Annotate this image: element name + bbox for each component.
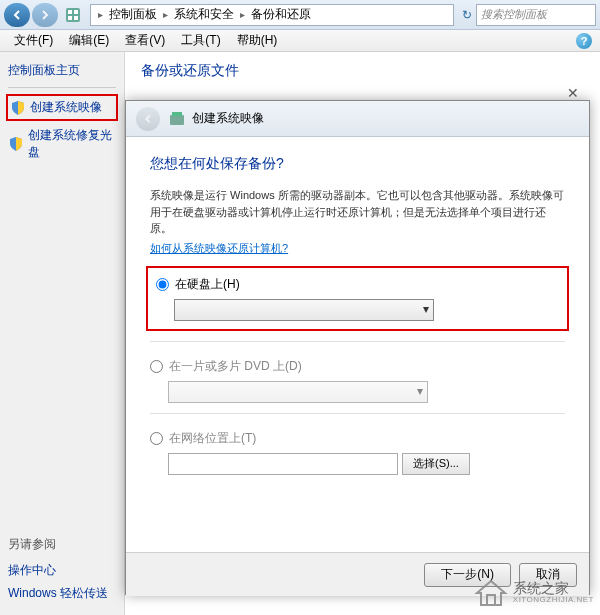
backup-icon bbox=[168, 110, 186, 128]
breadcrumb-item[interactable]: 备份和还原 bbox=[248, 6, 314, 23]
svg-rect-3 bbox=[68, 16, 72, 20]
create-system-image-dialog: ✕ 创建系统映像 您想在何处保存备份? 系统映像是运行 Windows 所需的驱… bbox=[125, 100, 590, 595]
watermark-text: 系统之家 bbox=[513, 581, 594, 596]
menu-bar: 文件(F) 编辑(E) 查看(V) 工具(T) 帮助(H) ? bbox=[0, 30, 600, 52]
sidebar: 控制面板主页 创建系统映像 创建系统修复光盘 另请参阅 操作中心 Windows… bbox=[0, 52, 125, 615]
nav-forward-button[interactable] bbox=[32, 3, 58, 27]
menu-view[interactable]: 查看(V) bbox=[117, 32, 173, 49]
svg-rect-7 bbox=[487, 595, 495, 605]
sidebar-see-also-title: 另请参阅 bbox=[8, 536, 116, 553]
radio-dvd[interactable]: 在一片或多片 DVD 上(D) bbox=[150, 358, 565, 375]
dialog-titlebar: 创建系统映像 bbox=[126, 101, 589, 137]
chevron-right-icon: ▸ bbox=[95, 9, 106, 20]
option-hard-disk: 在硬盘上(H) bbox=[146, 266, 569, 331]
radio-network[interactable]: 在网络位置上(T) bbox=[150, 430, 565, 447]
sidebar-link-easy-transfer[interactable]: Windows 轻松传送 bbox=[8, 582, 116, 605]
radio-network-input[interactable] bbox=[150, 432, 163, 445]
svg-rect-2 bbox=[74, 10, 78, 14]
window-titlebar: ▸ 控制面板 ▸ 系统和安全 ▸ 备份和还原 ↻ 搜索控制面板 bbox=[0, 0, 600, 30]
svg-rect-6 bbox=[172, 112, 182, 116]
dialog-heading: 您想在何处保存备份? bbox=[150, 155, 565, 173]
breadcrumb-item[interactable]: 系统和安全 bbox=[171, 6, 237, 23]
chevron-right-icon: ▸ bbox=[160, 9, 171, 20]
dialog-description: 系统映像是运行 Windows 所需的驱动器副本。它也可以包含其他驱动器。系统映… bbox=[150, 187, 565, 237]
search-input[interactable]: 搜索控制面板 bbox=[476, 4, 596, 26]
menu-edit[interactable]: 编辑(E) bbox=[61, 32, 117, 49]
sidebar-link-action-center[interactable]: 操作中心 bbox=[8, 559, 116, 582]
control-panel-icon bbox=[64, 6, 82, 24]
sidebar-title[interactable]: 控制面板主页 bbox=[8, 62, 116, 88]
refresh-icon[interactable]: ↻ bbox=[458, 8, 476, 22]
watermark-sub: XITONGZHIJIA.NET bbox=[513, 596, 594, 605]
radio-hard-disk[interactable]: 在硬盘上(H) bbox=[156, 276, 559, 293]
watermark: 系统之家 XITONGZHIJIA.NET bbox=[473, 575, 594, 611]
dialog-back-button[interactable] bbox=[136, 107, 160, 131]
menu-help[interactable]: 帮助(H) bbox=[229, 32, 286, 49]
separator bbox=[150, 341, 565, 342]
svg-rect-1 bbox=[68, 10, 72, 14]
dvd-combo[interactable] bbox=[168, 381, 428, 403]
menu-file[interactable]: 文件(F) bbox=[6, 32, 61, 49]
menu-tools[interactable]: 工具(T) bbox=[173, 32, 228, 49]
house-icon bbox=[473, 575, 509, 611]
sidebar-create-repair-disc[interactable]: 创建系统修复光盘 bbox=[8, 123, 116, 165]
shield-icon bbox=[8, 136, 24, 152]
option-dvd: 在一片或多片 DVD 上(D) bbox=[150, 358, 565, 403]
option-network: 在网络位置上(T) 选择(S)... bbox=[150, 430, 565, 475]
svg-rect-5 bbox=[170, 115, 184, 125]
radio-hard-disk-input[interactable] bbox=[156, 278, 169, 291]
shield-icon bbox=[10, 100, 26, 116]
dialog-title: 创建系统映像 bbox=[192, 110, 264, 127]
page-title: 备份或还原文件 bbox=[141, 62, 584, 80]
chevron-right-icon: ▸ bbox=[237, 9, 248, 20]
dialog-body: 您想在何处保存备份? 系统映像是运行 Windows 所需的驱动器副本。它也可以… bbox=[126, 137, 589, 552]
hard-disk-combo[interactable] bbox=[174, 299, 434, 321]
address-breadcrumb[interactable]: ▸ 控制面板 ▸ 系统和安全 ▸ 备份和还原 bbox=[90, 4, 454, 26]
separator bbox=[150, 413, 565, 414]
nav-back-button[interactable] bbox=[4, 3, 30, 27]
sidebar-create-system-image[interactable]: 创建系统映像 bbox=[6, 94, 118, 121]
svg-rect-4 bbox=[74, 16, 78, 20]
network-path-input[interactable] bbox=[168, 453, 398, 475]
radio-dvd-input[interactable] bbox=[150, 360, 163, 373]
breadcrumb-item[interactable]: 控制面板 bbox=[106, 6, 160, 23]
close-icon[interactable]: ✕ bbox=[563, 85, 583, 101]
help-icon[interactable]: ? bbox=[576, 33, 592, 49]
browse-button[interactable]: 选择(S)... bbox=[402, 453, 470, 475]
help-link[interactable]: 如何从系统映像还原计算机? bbox=[150, 242, 288, 254]
